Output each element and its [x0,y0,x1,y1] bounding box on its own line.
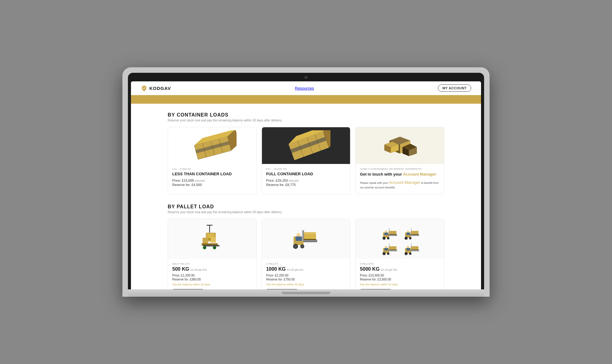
lcl-card-tag: LCL - 8,000 KG [172,168,252,170]
laptop-screen: KODGAV Resources MY ACCOUNT BY CONTAINER… [131,81,481,289]
half-pallet-card-body: HALF PALLET 500 KG £2.40 per KG Price: £… [168,259,256,289]
svg-rect-62 [389,228,390,235]
pallet-cards-grid: HALF PALLET 500 KG £2.40 per KG Price: £… [168,219,444,289]
svg-point-50 [301,245,304,248]
navigation: KODGAV Resources MY ACCOUNT [131,81,481,95]
one-pallet-card-body: 1 PALLET 1000 KG £2.25 per KG Price: £2,… [262,259,350,289]
svg-point-71 [409,237,411,240]
bulk-card-title: Get in touch with your Account Manager [360,172,440,177]
svg-rect-86 [411,246,418,249]
svg-rect-89 [410,251,419,251]
container-section-subtitle: Reserve your stock now and pay the remai… [168,119,444,122]
svg-point-81 [387,252,389,255]
account-manager-link-1[interactable]: Account Manager [403,172,436,176]
fcl-card-tag: FCL - 18,000 KG [266,168,346,170]
svg-point-91 [409,252,411,255]
svg-point-49 [294,245,297,248]
fcl-container-svg [282,130,330,161]
fcl-card-price: Price: £29,250 £35,000 [266,179,346,182]
lcl-card: LCL - 8,000 KG LESS THAN CONTAINER LOAD … [168,127,257,194]
svg-point-60 [382,236,386,240]
svg-point-70 [405,236,408,240]
bulk-card-body: OVER 5 CONTAINERS OR REPEAT SHIPMENTS? G… [356,164,444,194]
svg-rect-82 [389,243,390,250]
svg-rect-75 [384,248,388,250]
one-pallet-per-kg: £2.25 per KG [287,268,304,271]
container-cards-grid: LCL - 8,000 KG LESS THAN CONTAINER LOAD … [168,127,444,194]
svg-rect-72 [411,228,412,235]
svg-rect-76 [389,246,396,249]
one-pallet-svg [286,222,326,256]
svg-point-90 [405,252,408,255]
fcl-card-body: FCL - 18,000 KG FULL CONTAINER LOAD Pric… [262,164,350,191]
svg-rect-69 [410,235,419,236]
fcl-card-reserve: Reserve for: £8,775 [266,183,346,187]
svg-rect-85 [406,248,410,250]
laptop-base [128,289,484,297]
lcl-container-svg [188,130,237,161]
screen-bezel: KODGAV Resources MY ACCOUNT BY CONTAINER… [128,73,484,289]
main-content: BY CONTAINER LOADS Reserve your stock no… [131,104,481,289]
half-pallet-image [168,219,256,259]
bulk-card-tag: OVER 5 CONTAINERS OR REPEAT SHIPMENTS? [360,168,440,170]
laptop-frame: KODGAV Resources MY ACCOUNT BY CONTAINER… [122,67,490,297]
svg-rect-28 [211,237,216,243]
one-pallet-balance: Pay the balance within 30 days [266,283,346,286]
fcl-card-title: FULL CONTAINER LOAD [266,172,346,177]
svg-rect-79 [388,251,397,251]
five-pallets-reserve: Reserve for: £3,500.00 [360,278,440,281]
one-pallet-price: Price: £2,250.00 [266,274,346,277]
svg-rect-43 [302,241,317,242]
five-pallets-reserve-btn[interactable]: RESERVE NOW [360,289,391,289]
camera [304,76,308,79]
five-pallets-per-kg: £2.10 per KG [381,268,397,271]
account-manager-link-2[interactable]: Account Manager [389,180,420,185]
svg-rect-29 [202,243,218,245]
svg-rect-55 [384,232,388,235]
svg-point-64 [407,230,409,233]
lcl-price-original: £20,000 [195,179,205,182]
one-pallet-tag: 1 PALLET [266,262,346,265]
five-pallets-weight: 5000 KG £2.10 per KG [360,266,440,272]
container-section-title: BY CONTAINER LOADS [168,112,444,118]
svg-rect-46 [296,236,302,241]
lcl-card-title: LESS THAN CONTAINER LOAD [172,172,252,177]
svg-rect-65 [406,232,410,235]
svg-point-80 [382,252,386,255]
svg-rect-52 [302,230,303,242]
svg-rect-51 [303,230,304,242]
lcl-card-reserve: Reserve for: £4,500 [172,183,252,187]
pallet-section-title: BY PALLET LOAD [168,204,444,210]
five-pallets-image [356,219,444,259]
pallet-section-subtitle: Reserve your stock now and pay the remai… [168,210,444,214]
fcl-price-original: £35,000 [289,179,299,182]
half-pallet-reserve: Reserve for: £360.00 [172,278,252,281]
svg-point-35 [204,247,206,249]
laptop-notch [282,292,330,294]
svg-rect-42 [302,240,317,241]
half-pallet-per-kg: £2.40 per KG [191,268,207,271]
five-pallets-price: Price: £10,500.00 [360,274,440,277]
five-pallets-card: 5 PALLETS 5000 KG £2.10 per KG Price: £1… [355,219,444,289]
one-pallet-reserve-btn[interactable]: RESERVE NOW [266,289,298,289]
bulk-card-description: Please speak with your Account Manager t… [360,180,440,190]
svg-point-61 [387,237,389,240]
five-pallets-tag: 5 PALLETS [360,262,440,265]
account-button[interactable]: MY ACCOUNT [438,84,471,92]
nav-resources-link[interactable]: Resources [295,86,314,91]
half-pallet-balance: Pay the balance within 30 days [172,283,252,286]
five-pallets-card-body: 5 PALLETS 5000 KG £2.10 per KG Price: £1… [356,259,444,289]
nav-links: Resources [295,86,314,91]
lcl-card-price: Price: £15,000 £20,000 [172,179,252,182]
five-pallets-svg [375,221,424,257]
half-pallet-reserve-btn[interactable]: RESERVE NOW [172,289,204,289]
container-section-heading: BY CONTAINER LOADS Reserve your stock no… [168,112,444,122]
half-pallet-price: Price: £1,200.00 [172,274,252,277]
logo: KODGAV [141,85,171,91]
half-pallet-card: HALF PALLET 500 KG £2.40 per KG Price: £… [168,219,257,289]
svg-rect-39 [304,235,315,239]
bulk-card: OVER 5 CONTAINERS OR REPEAT SHIPMENTS? G… [355,127,444,194]
svg-rect-59 [388,235,397,236]
svg-rect-92 [411,243,412,250]
svg-rect-66 [411,231,418,234]
